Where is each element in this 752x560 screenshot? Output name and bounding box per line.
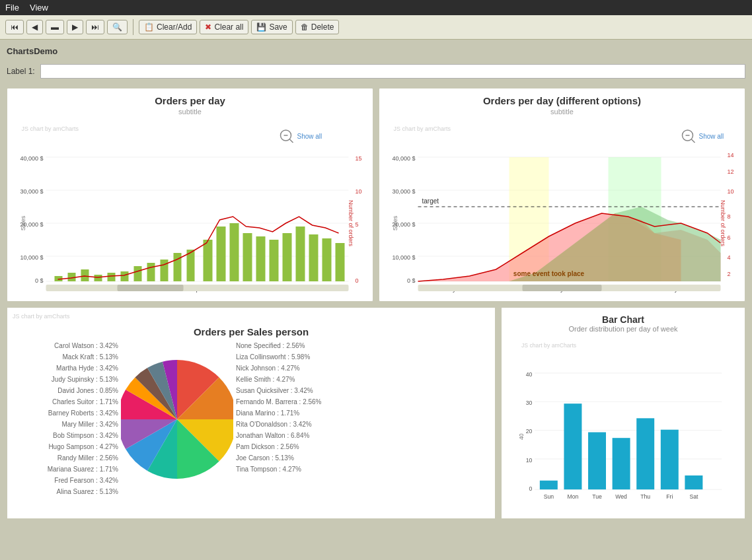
orders-options-subtitle: subtitle <box>386 108 738 116</box>
label1-text: Label 1: <box>7 67 35 76</box>
list-item: Charles Suitor : 1.71% <box>13 396 118 407</box>
prev-button[interactable]: ◀ <box>26 20 43 34</box>
svg-text:40: 40 <box>526 371 533 378</box>
svg-rect-29 <box>217 227 226 281</box>
svg-rect-25 <box>161 260 169 281</box>
bar-chart-subtitle: Order distribution per day of week <box>508 325 738 333</box>
svg-text:6: 6 <box>728 234 731 241</box>
save-label: Save <box>269 22 287 32</box>
svg-text:Sales: Sales <box>20 215 26 230</box>
list-item: Pam Dickson : 2.56% <box>236 441 342 452</box>
svg-rect-101 <box>613 438 630 489</box>
clear-add-button[interactable]: 📋 Clear/Add <box>139 20 197 34</box>
svg-rect-19 <box>81 269 89 281</box>
svg-text:Sun: Sun <box>544 493 554 500</box>
orders-per-day-svg: JS chart by amCharts 40,000 $ 30,000 $ 2… <box>14 121 366 293</box>
list-item: Mariana Suarez : 1.71% <box>13 464 118 475</box>
svg-text:20: 20 <box>526 428 533 435</box>
svg-text:Show all: Show all <box>699 133 724 140</box>
clear-all-icon: ✖ <box>205 22 211 32</box>
svg-text:2: 2 <box>728 271 731 277</box>
list-item: Jonathan Walton : 6.84% <box>236 430 342 441</box>
svg-text:4: 4 <box>728 254 731 261</box>
svg-line-78 <box>692 139 695 143</box>
svg-rect-100 <box>588 433 606 490</box>
list-item: Bob Stimpson : 3.42% <box>13 430 118 441</box>
list-item: Kellie Smith : 4.27% <box>236 374 342 385</box>
menu-view[interactable]: View <box>30 3 48 13</box>
svg-rect-35 <box>296 227 305 281</box>
svg-text:some event took place: some event took place <box>513 270 585 277</box>
list-item: Nick Johnson : 4.27% <box>236 363 342 374</box>
list-item: Randy Miller : 2.56% <box>13 452 118 464</box>
label1-input[interactable] <box>40 64 745 79</box>
svg-text:Thu: Thu <box>640 493 650 500</box>
list-item: Rita O'Donaldson : 3.42% <box>236 419 342 430</box>
last-button[interactable]: ⏭ <box>86 20 104 34</box>
list-item: Judy Supinsky : 5.13% <box>13 374 118 385</box>
svg-text:0 $: 0 $ <box>35 277 44 284</box>
pie-chart-title: Orders per Sales person <box>13 326 490 337</box>
svg-rect-99 <box>564 403 582 489</box>
last-icon: ⏭ <box>91 22 99 32</box>
menubar: File View <box>0 0 752 15</box>
list-item: Liza Collinsworht : 5.98% <box>236 351 342 363</box>
search-button[interactable]: 🔍 <box>107 20 128 34</box>
pie-content: Carol Watson : 3.42% Mack Kraft : 5.13% … <box>13 340 490 497</box>
clear-all-button[interactable]: ✖ Clear all <box>200 20 248 34</box>
list-item: None Specified : 2.56% <box>236 340 342 351</box>
list-item: Martha Hyde : 3.42% <box>13 363 118 374</box>
list-item: Fernando M. Barrera : 2.56% <box>236 396 342 407</box>
svg-rect-23 <box>134 266 142 281</box>
svg-text:30,000 $: 30,000 $ <box>392 188 415 195</box>
svg-rect-104 <box>685 475 702 489</box>
svg-text:JS chart by amCharts: JS chart by amCharts <box>394 125 451 132</box>
svg-rect-47 <box>46 285 349 291</box>
main-content: ChartsDemo Label 1: Orders per day subti… <box>0 40 752 526</box>
orders-per-day-panel: Orders per day subtitle JS chart by amCh… <box>7 88 373 302</box>
svg-text:Sat: Sat <box>689 493 698 500</box>
next-button[interactable]: ▶ <box>67 20 83 34</box>
svg-rect-22 <box>121 271 129 281</box>
clear-all-label: Clear all <box>214 22 243 32</box>
orders-per-day-options-panel: Orders per day (different options) subti… <box>379 88 745 302</box>
list-item: Diana Marino : 1.71% <box>236 407 342 419</box>
svg-rect-28 <box>204 240 213 281</box>
svg-text:0: 0 <box>529 485 532 492</box>
svg-rect-32 <box>256 236 266 281</box>
svg-rect-37 <box>322 238 332 281</box>
svg-text:0 $: 0 $ <box>407 277 416 284</box>
bar-chart-title: Bar Chart <box>508 314 738 325</box>
svg-text:10,000 $: 10,000 $ <box>392 254 415 261</box>
delete-button[interactable]: 🗑 Delete <box>295 20 340 34</box>
first-button[interactable]: ⏮ <box>5 20 24 34</box>
list-item: Hugo Sampson : 4.27% <box>13 441 118 452</box>
pie-watermark: JS chart by amCharts <box>13 313 70 320</box>
list-item: David Jones : 0.85% <box>13 385 118 396</box>
pie-right-legend: None Specified : 2.56% Liza Collinsworht… <box>236 340 342 475</box>
toggle-button[interactable]: ▬ <box>46 20 64 34</box>
svg-text:10: 10 <box>728 188 734 195</box>
orders-per-day-title: Orders per day <box>14 95 366 106</box>
first-icon: ⏮ <box>11 22 19 32</box>
svg-text:10: 10 <box>526 457 533 464</box>
svg-text:12: 12 <box>728 168 734 175</box>
list-item: Alina Suarez : 5.13% <box>13 486 118 497</box>
next-icon: ▶ <box>72 22 78 32</box>
clear-add-label: Clear/Add <box>157 22 192 32</box>
list-item: Carol Watson : 3.42% <box>13 340 118 351</box>
svg-text:JS chart by amCharts: JS chart by amCharts <box>521 342 577 349</box>
orders-options-svg: JS chart by amCharts 40,000 $ 30,000 $ 2… <box>386 121 738 293</box>
top-charts: Orders per day subtitle JS chart by amCh… <box>7 88 745 302</box>
svg-rect-103 <box>661 430 679 490</box>
svg-text:target: target <box>422 197 439 205</box>
save-button[interactable]: 💾 Save <box>251 20 292 34</box>
svg-text:Fri: Fri <box>666 493 673 500</box>
svg-text:Mon: Mon <box>568 493 579 500</box>
prev-icon: ◀ <box>32 22 38 32</box>
svg-text:Show all: Show all <box>297 133 322 140</box>
menu-file[interactable]: File <box>5 3 19 13</box>
delete-label: Delete <box>311 22 334 32</box>
list-item: Tina Tompson : 4.27% <box>236 464 342 475</box>
svg-text:8: 8 <box>728 213 731 220</box>
